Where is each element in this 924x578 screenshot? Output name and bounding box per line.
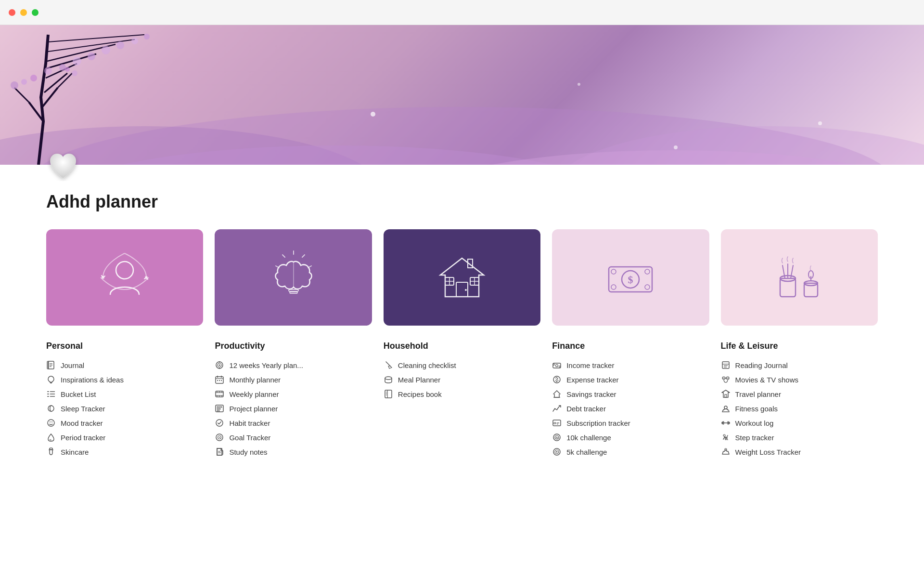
list-item[interactable]: Reading Journal bbox=[721, 358, 878, 372]
movies-icon bbox=[721, 375, 731, 384]
list-item[interactable]: 5k challenge bbox=[552, 445, 709, 459]
list-item-label: 5k challenge bbox=[566, 448, 607, 456]
list-item[interactable]: Fitness goals bbox=[721, 401, 878, 416]
list-item[interactable]: 12 weeks Yearly plan... bbox=[215, 358, 372, 372]
svg-rect-97 bbox=[217, 407, 222, 407]
list-item-label: Journal bbox=[61, 361, 84, 369]
list-item[interactable]: Expense tracker bbox=[552, 372, 709, 387]
col-title-1: Productivity bbox=[215, 341, 372, 351]
lists-grid: PersonalJournalInspirations & ideasBucke… bbox=[46, 341, 878, 459]
weight-icon bbox=[721, 447, 731, 457]
list-item[interactable]: Bucket List bbox=[46, 387, 203, 401]
challenge-icon bbox=[552, 433, 562, 442]
list-item-label: Inspirations & ideas bbox=[61, 376, 124, 384]
close-button[interactable] bbox=[9, 9, 15, 16]
minimize-button[interactable] bbox=[20, 9, 27, 16]
svg-rect-108 bbox=[385, 390, 392, 398]
svg-rect-92 bbox=[221, 391, 222, 393]
svg-point-116 bbox=[559, 366, 561, 368]
list-item[interactable]: Step tracker bbox=[721, 430, 878, 445]
reading-icon bbox=[721, 360, 731, 370]
svg-point-9 bbox=[21, 79, 27, 85]
card-household[interactable] bbox=[384, 229, 540, 326]
steps-icon bbox=[721, 433, 731, 442]
svg-rect-25 bbox=[289, 289, 298, 291]
drop-icon bbox=[46, 433, 56, 442]
list-item-label: Cleaning checklist bbox=[398, 361, 456, 369]
list-item[interactable]: Habit tracker bbox=[215, 416, 372, 430]
mood-icon bbox=[46, 418, 56, 428]
svg-rect-85 bbox=[219, 380, 220, 381]
svg-point-114 bbox=[556, 365, 558, 367]
list-item-label: Savings tracker bbox=[566, 390, 616, 398]
svg-point-17 bbox=[131, 38, 138, 44]
list-col-life---leisure: Life & LeisureReading JournalMovies & TV… bbox=[721, 341, 878, 459]
card-leisure[interactable] bbox=[721, 229, 878, 326]
svg-rect-122 bbox=[554, 422, 556, 424]
list-item[interactable]: Movies & TV shows bbox=[721, 372, 878, 387]
list-item-label: Recipes book bbox=[398, 390, 442, 398]
list-item[interactable]: Sleep Tracker bbox=[46, 401, 203, 416]
sleep-icon bbox=[46, 404, 56, 413]
svg-point-14 bbox=[88, 53, 95, 60]
svg-line-29 bbox=[282, 255, 285, 257]
savings-icon bbox=[552, 389, 562, 399]
list-item-label: Travel planner bbox=[735, 390, 781, 398]
svg-point-138 bbox=[724, 406, 727, 409]
svg-point-20 bbox=[65, 67, 70, 72]
list-item[interactable]: Subscription tracker bbox=[552, 416, 709, 430]
svg-rect-99 bbox=[217, 410, 219, 411]
list-item[interactable]: Inspirations & ideas bbox=[46, 372, 203, 387]
workout-icon bbox=[721, 418, 731, 428]
list-item[interactable]: Weight Loss Tracker bbox=[721, 445, 878, 459]
list-item-label: Step tracker bbox=[735, 434, 774, 442]
card-finance[interactable]: $ bbox=[552, 229, 709, 326]
svg-point-18 bbox=[144, 34, 150, 39]
list-item[interactable]: Goal Tracker bbox=[215, 430, 372, 445]
list-item[interactable]: Period tracker bbox=[46, 430, 203, 445]
cards-grid: $ bbox=[46, 229, 878, 326]
card-productivity[interactable] bbox=[215, 229, 372, 326]
svg-rect-95 bbox=[221, 395, 222, 397]
list-item[interactable]: Study notes bbox=[215, 445, 372, 459]
svg-rect-98 bbox=[217, 408, 220, 409]
list-item[interactable]: Journal bbox=[46, 358, 203, 372]
list-item-label: Sleep Tracker bbox=[61, 405, 105, 413]
hero-banner bbox=[0, 25, 924, 165]
svg-point-145 bbox=[725, 448, 727, 450]
list-item[interactable]: Workout log bbox=[721, 416, 878, 430]
svg-point-107 bbox=[385, 377, 392, 380]
list-item[interactable]: Cleaning checklist bbox=[384, 358, 540, 372]
list-col-household: HouseholdCleaning checklistMeal PlannerR… bbox=[384, 341, 540, 459]
svg-rect-93 bbox=[217, 395, 218, 397]
list-item[interactable]: Debt tracker bbox=[552, 401, 709, 416]
list-item-label: 10k challenge bbox=[566, 434, 611, 442]
list-item[interactable]: Mood tracker bbox=[46, 416, 203, 430]
list-item-label: Debt tracker bbox=[566, 405, 606, 413]
list-item[interactable]: Recipes book bbox=[384, 387, 540, 401]
list-item[interactable]: Income tracker bbox=[552, 358, 709, 372]
list-item[interactable]: Savings tracker bbox=[552, 387, 709, 401]
card-personal[interactable] bbox=[46, 229, 203, 326]
challenge2-icon bbox=[552, 447, 562, 457]
list-item[interactable]: Project planner bbox=[215, 401, 372, 416]
list-item[interactable]: 10k challenge bbox=[552, 430, 709, 445]
svg-point-45 bbox=[645, 269, 650, 274]
list-item[interactable]: Skincare bbox=[46, 445, 203, 459]
col-title-2: Household bbox=[384, 341, 540, 351]
list-item[interactable]: Weekly planner bbox=[215, 387, 372, 401]
list-item[interactable]: Meal Planner bbox=[384, 372, 540, 387]
svg-rect-94 bbox=[219, 395, 220, 397]
list-item[interactable]: Monthly planner bbox=[215, 372, 372, 387]
page-title: Adhd planner bbox=[46, 192, 924, 212]
heart-icon bbox=[46, 150, 80, 184]
list-item[interactable]: Travel planner bbox=[721, 387, 878, 401]
income-icon bbox=[552, 360, 562, 370]
cards-section: $ bbox=[0, 229, 924, 326]
svg-point-11 bbox=[44, 67, 52, 75]
col-title-4: Life & Leisure bbox=[721, 341, 878, 351]
svg-point-19 bbox=[72, 70, 77, 76]
svg-point-115 bbox=[553, 364, 555, 366]
list-item-label: Workout log bbox=[735, 419, 774, 427]
maximize-button[interactable] bbox=[32, 9, 38, 16]
